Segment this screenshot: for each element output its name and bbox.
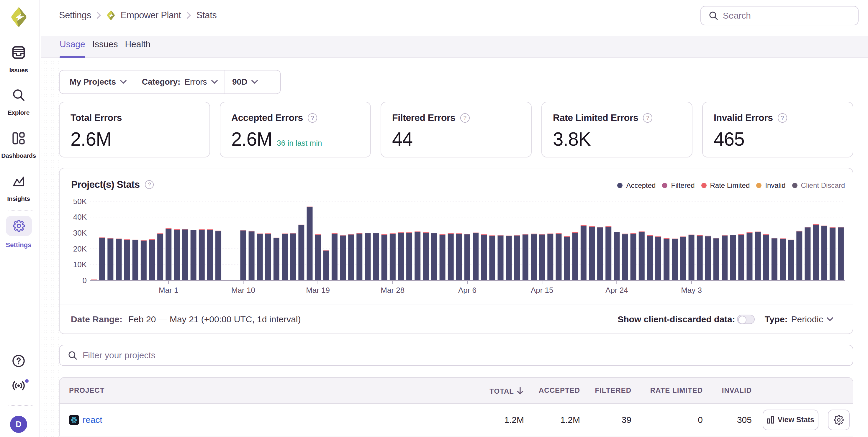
svg-text:10K: 10K — [73, 260, 87, 269]
svg-text:Mar 10: Mar 10 — [231, 286, 255, 295]
svg-text:Mar 28: Mar 28 — [381, 286, 404, 295]
svg-text:40K: 40K — [73, 212, 87, 222]
svg-text:Apr 6: Apr 6 — [458, 286, 476, 295]
svg-text:May 3: May 3 — [681, 286, 702, 295]
svg-text:20K: 20K — [73, 244, 87, 253]
svg-text:Mar 19: Mar 19 — [306, 286, 330, 295]
svg-text:Mar 1: Mar 1 — [159, 286, 178, 295]
svg-text:50K: 50K — [73, 197, 87, 206]
svg-text:0: 0 — [83, 276, 87, 285]
svg-text:Apr 15: Apr 15 — [531, 286, 554, 295]
svg-text:Apr 24: Apr 24 — [606, 286, 628, 295]
svg-text:30K: 30K — [73, 229, 87, 237]
